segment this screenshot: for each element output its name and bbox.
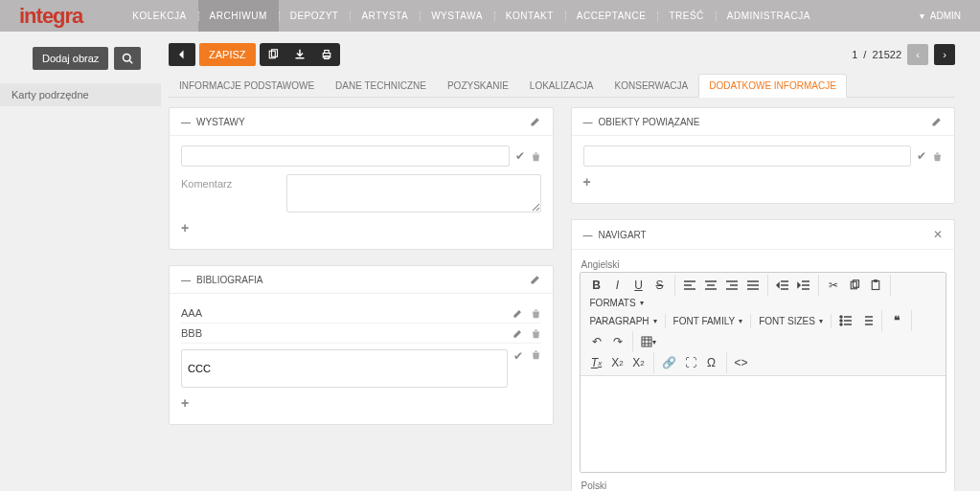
wystawy-comment-label: Komentarz bbox=[181, 174, 277, 212]
list-item-label: AAA bbox=[181, 307, 202, 319]
obiekty-input-row: ✔ bbox=[583, 145, 944, 167]
delete-icon[interactable] bbox=[531, 328, 541, 339]
wystawy-input[interactable] bbox=[181, 145, 510, 167]
collapse-icon[interactable]: — bbox=[181, 275, 191, 285]
user-menu[interactable]: ▾ ADMIN bbox=[920, 11, 961, 21]
list-item: BBB bbox=[181, 324, 541, 344]
wystawy-comment-input[interactable] bbox=[286, 174, 541, 212]
toolbar-group bbox=[260, 43, 340, 66]
outdent-button[interactable] bbox=[772, 275, 793, 296]
chevron-left-icon: ‹ bbox=[916, 49, 920, 60]
align-right-button[interactable] bbox=[721, 275, 742, 296]
download-button[interactable] bbox=[286, 43, 313, 66]
delete-icon[interactable] bbox=[531, 151, 541, 162]
svg-rect-27 bbox=[872, 281, 879, 290]
font-sizes-dropdown[interactable]: FONT SIZES▾ bbox=[755, 314, 827, 328]
pager-prev-button[interactable]: ‹ bbox=[907, 44, 928, 65]
fullscreen-button[interactable]: ⛶ bbox=[680, 352, 701, 373]
confirm-icon[interactable]: ✔ bbox=[515, 149, 525, 163]
numbered-list-button[interactable] bbox=[856, 310, 877, 331]
chevron-down-icon: ▾ bbox=[920, 11, 924, 21]
align-justify-button[interactable] bbox=[742, 275, 763, 296]
table-button[interactable]: ▾ bbox=[637, 331, 660, 352]
italic-button[interactable]: I bbox=[607, 275, 628, 296]
edit-icon[interactable] bbox=[530, 274, 541, 285]
nav-administracja[interactable]: ADMINISTRACJA bbox=[716, 0, 822, 32]
nav-tresc[interactable]: TREŚĆ bbox=[657, 0, 715, 32]
list-item-label: BBB bbox=[181, 327, 202, 339]
paragraph-dropdown[interactable]: PARAGRAPH▾ bbox=[586, 314, 661, 328]
bullet-list-button[interactable] bbox=[835, 310, 856, 331]
copy-button[interactable] bbox=[260, 43, 286, 66]
link-button[interactable]: 🔗 bbox=[658, 352, 680, 373]
close-icon[interactable]: ✕ bbox=[933, 228, 943, 241]
source-code-button[interactable]: <> bbox=[731, 352, 752, 373]
editor-content-en[interactable] bbox=[581, 376, 946, 472]
font-family-dropdown[interactable]: FONT FAMILY▾ bbox=[670, 314, 747, 328]
paste-button[interactable] bbox=[865, 275, 886, 296]
confirm-icon[interactable]: ✔ bbox=[917, 149, 926, 163]
subscript-button[interactable]: X2 bbox=[607, 352, 628, 373]
obiekty-input[interactable] bbox=[583, 145, 912, 167]
nav-kolekcja[interactable]: KOLEKCJA bbox=[121, 0, 197, 32]
formats-dropdown[interactable]: FORMATS▾ bbox=[586, 296, 648, 310]
content-toolbar: ZAPISZ bbox=[169, 43, 955, 66]
save-button[interactable]: ZAPISZ bbox=[199, 43, 256, 66]
superscript-button[interactable]: X2 bbox=[628, 352, 650, 373]
special-char-button[interactable]: Ω bbox=[701, 352, 722, 373]
delete-icon[interactable] bbox=[531, 308, 541, 319]
tab-informacje-podstawowe[interactable]: INFORMACJE PODSTAWOWE bbox=[169, 74, 325, 97]
obiekty-add-button[interactable]: + bbox=[583, 174, 944, 190]
cut-button[interactable]: ✂ bbox=[823, 275, 844, 296]
bibliografia-input[interactable] bbox=[181, 349, 508, 388]
wystawy-add-button[interactable]: + bbox=[181, 220, 541, 235]
edit-icon[interactable] bbox=[931, 116, 943, 127]
svg-point-0 bbox=[124, 55, 131, 62]
pager-next-button[interactable]: › bbox=[934, 44, 955, 65]
undo-button[interactable]: ↶ bbox=[586, 331, 607, 352]
strikethrough-button[interactable]: S bbox=[650, 275, 671, 296]
nav-kontakt[interactable]: KONTAKT bbox=[494, 0, 565, 32]
edit-icon[interactable] bbox=[530, 116, 541, 127]
tab-dodatkowe-informacje[interactable]: DODATKOWE INFORMACJE bbox=[698, 74, 847, 98]
redo-button[interactable]: ↷ bbox=[607, 331, 628, 352]
edit-icon[interactable] bbox=[513, 328, 523, 339]
add-image-button[interactable]: Dodaj obraz bbox=[33, 47, 108, 70]
pager-total: 21522 bbox=[872, 49, 901, 60]
list-item: AAA bbox=[181, 303, 541, 324]
copy-button[interactable] bbox=[844, 275, 865, 296]
tab-konserwacja[interactable]: KONSERWACJA bbox=[604, 74, 699, 97]
delete-icon[interactable] bbox=[531, 349, 541, 363]
align-left-button[interactable] bbox=[679, 275, 700, 296]
collapse-icon[interactable]: — bbox=[583, 230, 593, 240]
back-button[interactable] bbox=[169, 43, 195, 66]
tab-pozyskanie[interactable]: POZYSKANIE bbox=[437, 74, 519, 97]
blockquote-button[interactable]: ❝ bbox=[886, 310, 907, 331]
print-button[interactable] bbox=[313, 43, 340, 66]
tab-dane-techniczne[interactable]: DANE TECHNICZNE bbox=[325, 74, 437, 97]
nav-artysta[interactable]: ARTYSTA bbox=[350, 0, 420, 32]
panel-bibliografia-title: BIBLIOGRAFIA bbox=[196, 275, 262, 285]
delete-icon[interactable] bbox=[932, 151, 943, 162]
align-center-button[interactable] bbox=[700, 275, 721, 296]
bibliografia-add-button[interactable]: + bbox=[181, 395, 541, 411]
nav-depozyt[interactable]: DEPOZYT bbox=[279, 0, 351, 32]
nav-wystawa[interactable]: WYSTAWA bbox=[420, 0, 494, 32]
nav-archiwum[interactable]: ARCHIWUM bbox=[198, 0, 279, 32]
chevron-down-icon: ▾ bbox=[739, 317, 742, 325]
collapse-icon[interactable]: — bbox=[181, 117, 191, 127]
underline-button[interactable]: U bbox=[628, 275, 650, 296]
indent-button[interactable] bbox=[793, 275, 814, 296]
collapse-icon[interactable]: — bbox=[583, 117, 593, 127]
sidebar-subpages[interactable]: Karty podrzędne bbox=[0, 83, 161, 106]
panel-obiekty: — OBIEKTY POWIĄZANE ✔ + bbox=[571, 107, 956, 204]
bold-button[interactable]: B bbox=[586, 275, 607, 296]
clear-format-button[interactable]: Tx bbox=[586, 352, 607, 373]
sidebar-search-button[interactable] bbox=[114, 47, 141, 70]
navigart-lang-pl: Polski bbox=[581, 480, 947, 491]
confirm-icon[interactable]: ✔ bbox=[513, 349, 523, 363]
arrow-left-icon bbox=[176, 49, 188, 60]
edit-icon[interactable] bbox=[513, 308, 523, 319]
tab-lokalizacja[interactable]: LOKALIZACJA bbox=[519, 74, 604, 97]
nav-acceptance[interactable]: ACCEPTANCE bbox=[565, 0, 658, 32]
